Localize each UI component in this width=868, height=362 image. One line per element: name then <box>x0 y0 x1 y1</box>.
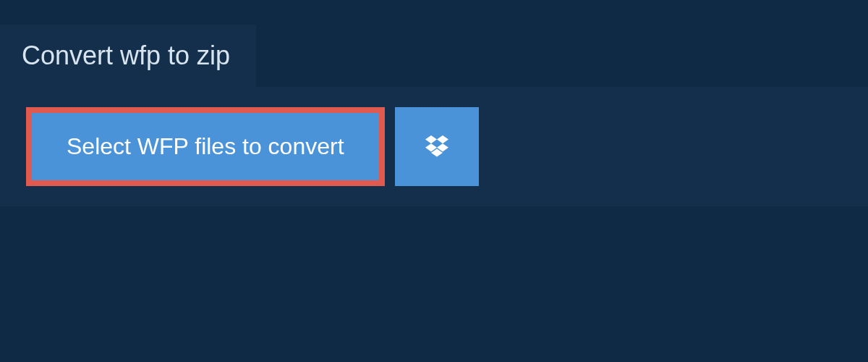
tab-label: Convert wfp to zip <box>22 41 230 70</box>
select-files-button[interactable]: Select WFP files to convert <box>26 107 385 186</box>
dropbox-icon <box>422 132 451 161</box>
dropbox-button[interactable] <box>395 107 479 186</box>
active-tab[interactable]: Convert wfp to zip <box>0 25 256 87</box>
button-row: Select WFP files to convert <box>26 107 842 186</box>
convert-panel: Select WFP files to convert <box>0 87 868 206</box>
select-files-label: Select WFP files to convert <box>67 133 344 160</box>
